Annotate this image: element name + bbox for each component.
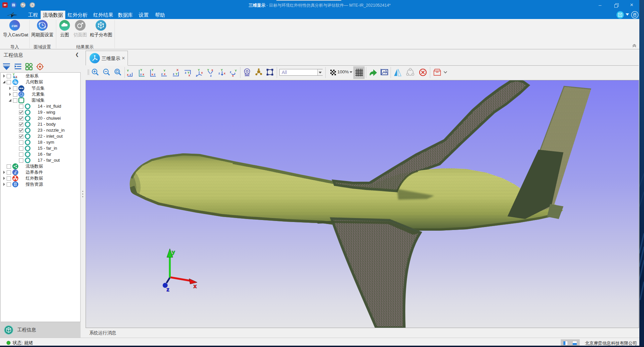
svg-text:z: z <box>173 72 174 76</box>
svg-text:x: x <box>127 73 129 76</box>
svg-text:x: x <box>201 71 203 74</box>
svg-text:Y: Y <box>221 68 223 72</box>
svg-text:x: x <box>193 283 197 289</box>
svg-text:x: x <box>152 73 153 76</box>
svg-text:z: z <box>166 286 169 293</box>
svg-text:y: y <box>172 249 175 255</box>
svg-text:z: z <box>161 72 163 76</box>
svg-text:z: z <box>196 74 197 77</box>
svg-text:x: x <box>188 74 190 77</box>
svg-text:Y: Y <box>163 69 165 72</box>
svg-text:z: z <box>154 73 156 76</box>
svg-text:z: z <box>185 71 186 74</box>
svg-text:cas: cas <box>12 23 17 28</box>
svg-text:Y: Y <box>152 68 154 72</box>
svg-text:x: x <box>232 74 234 77</box>
svg-text:z: z <box>130 73 131 76</box>
svg-text:Y: Y <box>175 72 177 76</box>
svg-text:Y: Y <box>198 68 200 72</box>
svg-text:x: x <box>224 72 225 75</box>
svg-text:x: x <box>164 72 165 76</box>
svg-text:z: z <box>14 75 15 78</box>
svg-text:x: x <box>143 73 144 76</box>
svg-text:Y: Y <box>235 69 237 72</box>
svg-text:Y: Y <box>127 69 129 72</box>
svg-text:X: X <box>176 68 178 72</box>
svg-text:Y: Y <box>140 68 142 72</box>
svg-text:z: z <box>218 72 220 75</box>
svg-text:z: z <box>140 73 142 76</box>
svg-text:x: x <box>16 75 17 78</box>
svg-text:z: z <box>230 70 231 74</box>
svg-text:z: z <box>210 74 212 77</box>
